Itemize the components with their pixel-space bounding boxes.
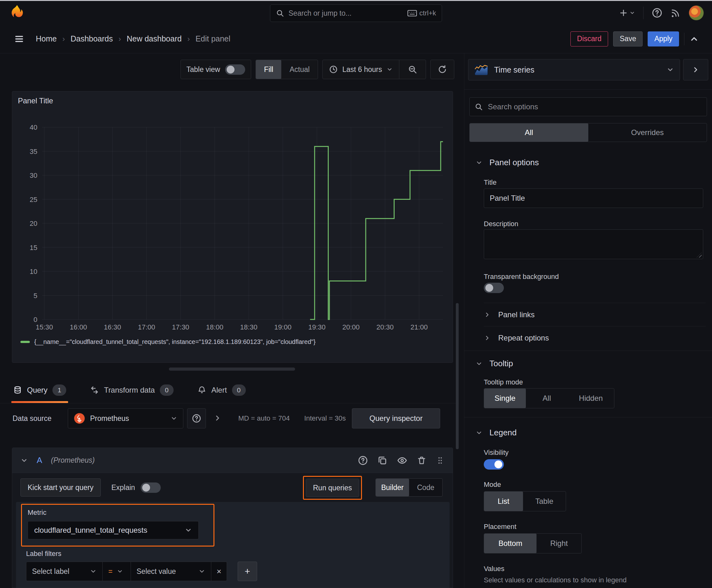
legend-list-option[interactable]: List bbox=[484, 491, 523, 511]
panel-links-row[interactable]: Panel links bbox=[484, 303, 706, 326]
placement-bottom-option[interactable]: Bottom bbox=[484, 534, 537, 553]
legend-section-header[interactable]: Legend bbox=[476, 428, 517, 438]
code-option[interactable]: Code bbox=[409, 479, 442, 496]
breadcrumb-new-dashboard[interactable]: New dashboard bbox=[127, 34, 182, 43]
options-search-box[interactable]: Search options bbox=[469, 97, 707, 116]
datasource-bar: Data source Prometheus bbox=[12, 408, 453, 428]
section-title: Legend bbox=[490, 428, 517, 438]
refresh-icon bbox=[438, 65, 447, 74]
delete-query-icon[interactable] bbox=[417, 456, 426, 465]
help-button[interactable] bbox=[652, 7, 662, 18]
actual-option[interactable]: Actual bbox=[281, 60, 318, 79]
legend-values-hint: Select values or calculations to show in… bbox=[484, 576, 627, 584]
tooltip-section-header[interactable]: Tooltip bbox=[476, 359, 513, 369]
panel-options-section-header[interactable]: Panel options bbox=[476, 158, 539, 167]
builder-option[interactable]: Builder bbox=[376, 479, 409, 496]
scrollbar-thumb[interactable] bbox=[456, 303, 459, 449]
explain-toggle[interactable] bbox=[141, 482, 161, 493]
svg-text:5: 5 bbox=[34, 292, 37, 300]
title-field-label: Title bbox=[484, 178, 497, 187]
all-options-tab[interactable]: All bbox=[470, 123, 588, 142]
tab-query[interactable]: Query 1 bbox=[11, 377, 68, 403]
query-help-icon[interactable] bbox=[358, 456, 368, 465]
apply-button[interactable]: Apply bbox=[648, 31, 679, 46]
legend-series-swatch[interactable] bbox=[20, 341, 30, 343]
global-search-box[interactable]: Search or jump to... ctrl+k bbox=[270, 4, 442, 22]
refresh-button[interactable] bbox=[431, 60, 454, 79]
metric-select[interactable]: cloudflared_tunnel_total_requests bbox=[28, 521, 199, 539]
user-avatar[interactable] bbox=[689, 5, 704, 20]
panel-title-input[interactable] bbox=[484, 188, 703, 208]
description-textarea[interactable] bbox=[484, 229, 703, 259]
interval-stat: Interval = 30s bbox=[304, 414, 346, 422]
news-button[interactable] bbox=[671, 8, 681, 18]
add-filter-button[interactable]: + bbox=[238, 562, 257, 581]
panel-options-pane: Time series Search options All Overrides… bbox=[464, 54, 712, 588]
panel-edit-workarea: Table view Fill Actual Last 6 hours bbox=[0, 54, 459, 588]
search-icon bbox=[475, 103, 483, 111]
tooltip-hidden-option[interactable]: Hidden bbox=[567, 388, 614, 408]
duplicate-query-icon[interactable] bbox=[377, 456, 387, 465]
transform-icon bbox=[90, 386, 99, 395]
main-area: Table view Fill Actual Last 6 hours bbox=[0, 54, 712, 588]
chevron-up-icon bbox=[689, 34, 699, 44]
legend-values-label: Values bbox=[484, 565, 504, 573]
kick-start-button[interactable]: Kick start your query bbox=[20, 478, 101, 497]
breadcrumb-dashboards[interactable]: Dashboards bbox=[71, 34, 113, 43]
zoom-out-button[interactable] bbox=[399, 60, 426, 79]
tab-alert[interactable]: Alert 0 bbox=[196, 377, 247, 403]
add-new-button[interactable] bbox=[619, 8, 635, 18]
query-inspector-button[interactable]: Query inspector bbox=[352, 408, 440, 428]
mega-menu-toggle[interactable] bbox=[13, 34, 25, 44]
legend-table-option[interactable]: Table bbox=[523, 491, 566, 511]
search-icon bbox=[276, 9, 284, 17]
pane-resize-handle[interactable] bbox=[169, 368, 295, 371]
grafana-edit-panel-window: Search or jump to... ctrl+k bbox=[0, 0, 712, 588]
datasource-picker[interactable]: Prometheus bbox=[68, 408, 184, 428]
tab-transform-data[interactable]: Transform data 0 bbox=[88, 377, 175, 403]
placement-right-option[interactable]: Right bbox=[537, 534, 581, 553]
tooltip-single-option[interactable]: Single bbox=[484, 388, 526, 408]
select-label-dropdown[interactable]: Select label bbox=[26, 562, 103, 581]
collapse-options-button[interactable] bbox=[689, 34, 699, 44]
run-queries-button[interactable]: Run queries bbox=[306, 479, 359, 497]
table-view-toggle[interactable] bbox=[225, 64, 245, 75]
plus-icon bbox=[619, 8, 628, 18]
legend-series-label[interactable]: {__name__="cloudflared_tunnel_total_requ… bbox=[34, 338, 316, 345]
save-button[interactable]: Save bbox=[613, 31, 643, 46]
select-label-placeholder: Select label bbox=[32, 567, 85, 576]
collapse-query-chevron[interactable] bbox=[20, 457, 28, 464]
hide-query-icon[interactable] bbox=[397, 456, 408, 465]
search-shortcut: ctrl+k bbox=[408, 9, 436, 17]
select-value-dropdown[interactable]: Select value bbox=[131, 562, 211, 581]
time-range-picker[interactable]: Last 6 hours bbox=[323, 60, 399, 79]
svg-text:35: 35 bbox=[30, 148, 37, 155]
fill-option[interactable]: Fill bbox=[256, 60, 281, 79]
query-row-header[interactable]: A (Prometheus) bbox=[12, 448, 453, 473]
overrides-tab[interactable]: Overrides bbox=[588, 123, 707, 142]
row-divider bbox=[484, 303, 706, 303]
breadcrumb-home[interactable]: Home bbox=[36, 34, 57, 43]
drag-query-handle[interactable] bbox=[436, 456, 445, 465]
transparent-background-toggle[interactable] bbox=[484, 283, 504, 293]
datasource-help-button[interactable] bbox=[187, 408, 206, 428]
remove-filter-button[interactable]: × bbox=[211, 562, 227, 581]
grafana-logo[interactable] bbox=[8, 4, 24, 22]
chevron-down-icon bbox=[386, 66, 393, 72]
datasource-label: Data source bbox=[13, 408, 51, 428]
repeat-options-row[interactable]: Repeat options bbox=[484, 327, 706, 349]
discard-button[interactable]: Discard bbox=[570, 31, 608, 46]
expand-stats-chevron[interactable] bbox=[214, 414, 222, 422]
resize-grip-icon[interactable] bbox=[697, 253, 702, 257]
legend-placement-switch: Bottom Right bbox=[484, 533, 582, 553]
operator-dropdown[interactable]: = bbox=[103, 562, 131, 581]
panel-title[interactable]: Panel Title bbox=[18, 97, 53, 105]
collapse-pane-button[interactable] bbox=[683, 59, 708, 80]
time-series-chart[interactable]: 051015202530354015:3016:0016:3017:0017:3… bbox=[15, 117, 450, 336]
chevron-down-icon bbox=[629, 10, 635, 16]
legend-visibility-toggle[interactable] bbox=[484, 459, 504, 469]
query-ref-id[interactable]: A bbox=[37, 456, 42, 465]
tab-label: Alert bbox=[211, 386, 226, 395]
tooltip-all-option[interactable]: All bbox=[526, 388, 567, 408]
visualization-picker[interactable]: Time series bbox=[468, 59, 680, 80]
